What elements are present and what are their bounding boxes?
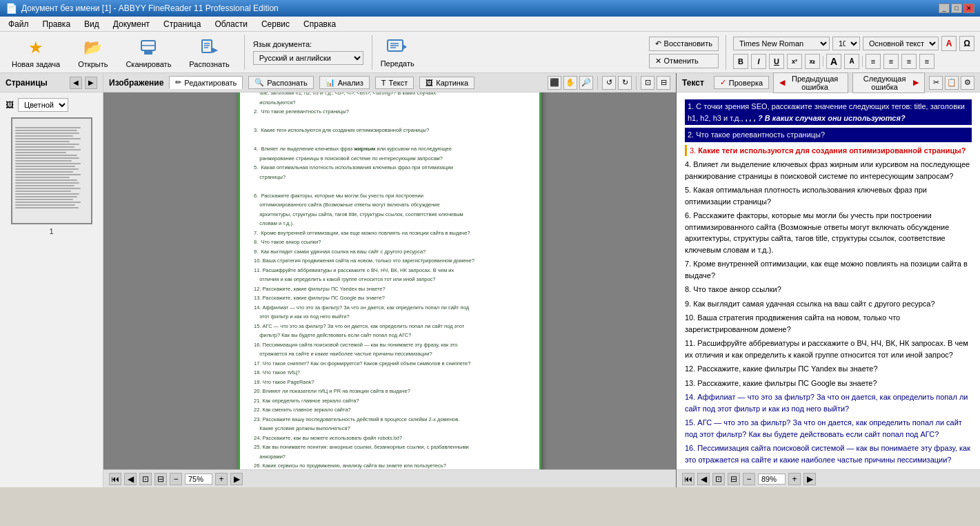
text-item-2[interactable]: 2. Что такое релевантность страницы? — [685, 128, 972, 142]
font-larger-button[interactable]: A — [826, 54, 841, 69]
zoom-in-button[interactable]: + — [215, 473, 228, 485]
text-copy-button[interactable]: 📋 — [945, 76, 959, 90]
tab-analysis[interactable]: 📊 Анализ — [319, 76, 370, 89]
image-content[interactable]: 1. С точки зрения SEO, расскажите значен… — [103, 92, 676, 469]
thumb-line — [15, 193, 79, 195]
img-sep — [597, 76, 598, 90]
text-item-11[interactable]: 11. Расшифруйте аббревиатуры и расскажит… — [685, 338, 972, 360]
tab-recognize[interactable]: 🔍 Распознать — [248, 76, 313, 89]
bold-button[interactable]: B — [733, 54, 748, 69]
font-smaller-button[interactable]: A — [844, 54, 859, 69]
font-style-select[interactable]: Основной текст — [863, 37, 939, 50]
next-error-button[interactable]: Следующая ошибка ▶ — [852, 72, 925, 93]
italic-button[interactable]: I — [751, 54, 766, 69]
pages-prev-button[interactable]: ◀ — [70, 77, 82, 89]
align-right-button[interactable]: ≡ — [901, 54, 917, 69]
pan-tool-button[interactable]: ✋ — [563, 76, 577, 90]
fit-width-btn[interactable]: ⊟ — [154, 473, 167, 485]
text-next-button[interactable]: ▶ — [803, 473, 816, 485]
text-item-15[interactable]: 15. АГС — что это за фильтр? За что он д… — [685, 417, 972, 440]
menu-page[interactable]: Страница — [161, 18, 203, 30]
fit-button[interactable]: ⊡ — [139, 473, 152, 485]
close-button[interactable]: ✕ — [963, 3, 974, 13]
text-fit-button[interactable]: ⊡ — [712, 473, 725, 485]
text-item-14[interactable]: 14. Аффилиат — что это за фильтр? За что… — [685, 391, 972, 414]
text-zoom-in-button[interactable]: + — [788, 473, 801, 485]
text-item-13[interactable]: 13. Расскажите, какие фильтры ПС Google … — [685, 378, 972, 389]
tab-text[interactable]: T Текст — [375, 77, 414, 89]
menu-help[interactable]: Справка — [301, 18, 339, 30]
window-controls[interactable]: _ □ ✕ — [939, 3, 974, 13]
text-zoom-value[interactable]: 89% — [758, 474, 786, 485]
toolbar-sep-3 — [726, 35, 726, 70]
text-settings-button[interactable]: ⚙ — [961, 76, 974, 90]
menu-file[interactable]: Файл — [6, 18, 32, 30]
text-item-12[interactable]: 12. Расскажите, какие фильтры ПС Yandex … — [685, 363, 972, 375]
text-item-5[interactable]: 5. Какая оптимальная плотность использов… — [685, 184, 972, 207]
language-select[interactable]: Русский и английски — [253, 51, 363, 65]
text-item-16[interactable]: 16. Пессимизация сайта поисковой системо… — [685, 442, 972, 465]
superscript-button[interactable]: x² — [787, 54, 802, 69]
rotate-left-button[interactable]: ↺ — [602, 76, 616, 90]
cancel-button[interactable]: ✕ Отменить — [649, 54, 719, 68]
page-prev-button[interactable]: ◀ — [124, 473, 137, 485]
main-toolbar: ★ Новая задача 📂 Открыть Сканировать — [0, 32, 980, 73]
svg-rect-3 — [202, 40, 212, 52]
font-size-select[interactable]: 10 — [832, 37, 860, 50]
open-button[interactable]: 📂 Открыть — [72, 33, 114, 72]
menu-edit[interactable]: Правка — [40, 18, 74, 30]
text-content[interactable]: 1. С точки зрения SEO, расскажите значен… — [677, 92, 980, 469]
menu-document[interactable]: Документ — [110, 18, 152, 30]
tab-picture[interactable]: 🖼 Картинка — [419, 77, 474, 89]
spell-check-button[interactable]: ✓ Проверка — [714, 76, 769, 89]
open-label: Открыть — [78, 60, 108, 68]
zoom-tool-button[interactable]: 🔎 — [579, 76, 593, 90]
page-next-button[interactable]: ▶ — [230, 473, 243, 485]
maximize-button[interactable]: □ — [951, 3, 962, 13]
font-name-select[interactable]: Times New Roman — [733, 37, 830, 50]
text-item-9[interactable]: 9. Как выглядит самая удачная ссылка на … — [685, 298, 972, 310]
menu-view[interactable]: Вид — [81, 18, 102, 30]
text-item-4[interactable]: 4. Влияет ли выделение ключевых фраз жир… — [685, 159, 972, 182]
font-color-a-button[interactable]: A — [941, 36, 957, 51]
text-item-10[interactable]: 10. Ваша стратегия продвижения сайта на … — [685, 312, 972, 335]
spell-label: Проверка — [729, 79, 763, 87]
text-cut-button[interactable]: ✂ — [929, 76, 943, 90]
text-item-6[interactable]: 6. Расскажите факторы, которые мы могли … — [685, 210, 972, 255]
text-item-1[interactable]: 1. С точки зрения SEO, расскажите значен… — [685, 99, 972, 125]
omega-button[interactable]: Ω — [959, 36, 974, 51]
new-task-button[interactable]: ★ Новая задача — [6, 33, 66, 72]
text-zoom-out-button[interactable]: − — [743, 473, 755, 485]
subscript-button[interactable]: x₂ — [805, 54, 820, 69]
underline-button[interactable]: U — [769, 54, 784, 69]
page-first-button[interactable]: ⏮ — [109, 473, 121, 485]
page-thumbnail[interactable] — [11, 117, 92, 224]
thumb-line — [15, 168, 79, 170]
thumb-line — [15, 166, 76, 167]
text-item-3[interactable]: 3. Какие теги используются для создания … — [685, 145, 972, 157]
align-center-button[interactable]: ≡ — [883, 54, 899, 69]
menu-service[interactable]: Сервис — [259, 18, 292, 30]
text-first-button[interactable]: ⏮ — [682, 473, 694, 485]
select-tool-button[interactable]: ⬛ — [548, 76, 561, 90]
align-justify-button[interactable]: ≡ — [919, 54, 934, 69]
text-prev-button[interactable]: ◀ — [697, 473, 710, 485]
text-item-8[interactable]: 8. Что такое анкор ссылки? — [685, 284, 972, 295]
minimize-button[interactable]: _ — [939, 3, 950, 13]
tab-edit[interactable]: ✏ Редактировать — [169, 76, 243, 89]
restore-button[interactable]: ↶ Восстановить — [649, 37, 719, 51]
menu-areas[interactable]: Области — [212, 18, 250, 30]
text-item-7[interactable]: 7. Кроме внутренней оптимизации, как еще… — [685, 258, 972, 281]
scan-button[interactable]: Сканировать — [119, 33, 177, 72]
color-dropdown[interactable]: Цветной — [18, 98, 68, 112]
pages-next-button[interactable]: ▶ — [85, 77, 97, 89]
align-left-button[interactable]: ≡ — [866, 54, 881, 69]
text-fit-width-button[interactable]: ⊟ — [728, 473, 740, 485]
prev-error-button[interactable]: ◀ Предыдущая ошибка — [773, 72, 848, 93]
fit-width-button[interactable]: ⊟ — [657, 76, 670, 90]
recognize-button[interactable]: Распознать — [183, 33, 235, 72]
zoom-out-button[interactable]: − — [170, 473, 182, 485]
fit-page-button[interactable]: ⊡ — [641, 76, 654, 90]
rotate-right-button[interactable]: ↻ — [618, 76, 632, 90]
zoom-value[interactable]: 75% — [185, 474, 212, 485]
